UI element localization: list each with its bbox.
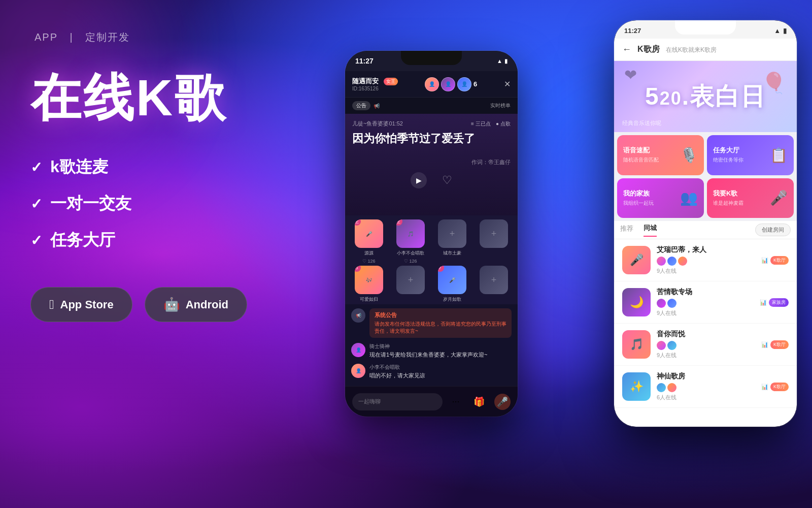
p2-card-family-content: 我的家族 我组织一起玩 bbox=[623, 189, 654, 207]
stage-num-1: 主 bbox=[355, 219, 361, 226]
stage-name-1: 源源 bbox=[364, 250, 374, 257]
app-store-label: App Store bbox=[60, 298, 114, 311]
stage-avatar-3: + bbox=[438, 219, 466, 248]
room-info-4: 神仙歌房 6人在线 bbox=[657, 372, 755, 401]
p1-avatars: 👤 👤 👤 6 bbox=[425, 77, 477, 91]
p2-nav: ← K歌房 在线K歌就来K歌房 bbox=[614, 39, 797, 61]
bar-chart-icon-2: 📊 bbox=[760, 299, 767, 306]
p2-status-icons: ▲ ▮ bbox=[774, 27, 787, 35]
p1-userid: ID:1635126 bbox=[352, 86, 398, 91]
p2-card-voice[interactable]: 语音速配 随机语音音匹配 🎙️ bbox=[617, 135, 704, 175]
p1-notice-left: 公告 📢 bbox=[352, 101, 380, 110]
android-button[interactable]: 🤖 Android bbox=[145, 287, 247, 322]
p2-card-task-sub: 绝密任务等你 bbox=[713, 156, 743, 164]
room-online-2: 9人在线 bbox=[657, 309, 754, 317]
p2-card-karaoke-icon: 🎤 bbox=[770, 189, 788, 206]
phone-2-notch bbox=[675, 20, 736, 35]
p1-more-icon[interactable]: ··· bbox=[448, 394, 464, 410]
p2-card-voice-title: 语音速配 bbox=[623, 146, 659, 155]
p2-create-room-button[interactable]: 创建房间 bbox=[755, 224, 791, 236]
p1-player-controls: ▶ ♡ bbox=[352, 172, 511, 188]
check-icon-2: ✓ bbox=[30, 196, 42, 212]
list-label: 三已点 bbox=[476, 120, 491, 128]
select-label: 点歌 bbox=[500, 120, 511, 128]
p2-card-karaoke-content: 我要K歌 谁是超神麦霸 bbox=[713, 189, 743, 207]
p2-feature-cards: 语音速配 随机语音音匹配 🎙️ 任务大厅 绝密任务等你 📋 我的家族 我组织 bbox=[614, 132, 797, 221]
p1-realtime-label: 实时榜单 bbox=[490, 102, 511, 109]
stage-slot-4: + bbox=[474, 219, 514, 264]
p1-mic-icon[interactable]: 🎤 bbox=[494, 394, 511, 410]
separator: | bbox=[70, 31, 74, 43]
p2-tab-nearby[interactable]: 同城 bbox=[644, 224, 657, 237]
stage-slot-8: + bbox=[474, 266, 514, 310]
p2-card-task[interactable]: 任务大厅 绝密任务等你 📋 bbox=[707, 135, 794, 175]
p1-like-button[interactable]: ♡ bbox=[442, 174, 452, 187]
chat-msg-2: 👤 小李不会唱歌 唱的不好，请大家见谅 bbox=[351, 364, 512, 379]
room-online-3: 9人在线 bbox=[657, 352, 755, 359]
room-item-2[interactable]: 🌙 苦情歌专场 9人在线 📊 家族房 bbox=[614, 281, 797, 324]
room-info-2: 苦情歌专场 9人在线 bbox=[657, 288, 754, 317]
room-thumb-3: 🎵 bbox=[622, 330, 651, 359]
p1-gift-icon[interactable]: 🎁 bbox=[471, 394, 487, 410]
ktv-badge-1: K歌厅 bbox=[770, 256, 789, 265]
p2-card-karaoke[interactable]: 我要K歌 谁是超神麦霸 🎤 bbox=[707, 178, 794, 218]
p2-banner-main: 520.表白日 bbox=[645, 80, 766, 113]
chat-msg-system: 📢 系统公告 请勿发布任何违法违规信息，否则将追究您的民事乃至刑事责任，请文明发… bbox=[351, 308, 512, 338]
feature-item-1: ✓ k歌连麦 bbox=[30, 156, 284, 178]
member-dot-2a bbox=[657, 299, 666, 308]
p2-card-family-icon: 👥 bbox=[680, 189, 698, 206]
p1-notice-bar: 公告 📢 实时榜单 bbox=[345, 98, 518, 114]
system-title: 系统公告 bbox=[375, 311, 506, 319]
member-dot-4a bbox=[657, 383, 666, 392]
room-thumb-2: 🌙 bbox=[622, 288, 651, 316]
stage-name-2: 小李不会唱歌 bbox=[397, 250, 424, 257]
room-item-4[interactable]: ✨ 神仙歌房 6人在线 📊 K歌厅 bbox=[614, 366, 797, 408]
p1-input-placeholder: 一起嗨聊 bbox=[358, 398, 381, 405]
stage-likes-1: ♡ 126 bbox=[362, 259, 375, 264]
room-name-3: 音你而悦 bbox=[657, 330, 755, 339]
p2-nav-title: K歌房 bbox=[637, 45, 660, 53]
p1-avatar-1: 👤 bbox=[425, 77, 439, 91]
room-item-3[interactable]: 🎵 音你而悦 9人在线 📊 K歌厅 bbox=[614, 324, 797, 366]
chat-text-2: 唱的不好，请大家见谅 bbox=[369, 372, 512, 379]
p1-close-icon[interactable]: ✕ bbox=[504, 79, 511, 89]
p1-chat-input[interactable]: 一起嗨聊 bbox=[352, 393, 443, 410]
system-avatar: 📢 bbox=[351, 308, 365, 323]
p2-banner: 520.表白日 经典音乐送你呢 🎈 ❤ bbox=[614, 61, 797, 132]
p1-select-btn[interactable]: ● 点歌 bbox=[496, 120, 511, 128]
p1-viewer-count: 6 bbox=[473, 80, 477, 88]
p1-play-button[interactable]: ▶ bbox=[411, 172, 427, 188]
p1-song-author: 作词：帝王鑫仔 bbox=[352, 158, 511, 166]
check-icon-3: ✓ bbox=[30, 232, 42, 249]
stage-name-7: 岁月如歌 bbox=[443, 296, 461, 303]
p2-card-family[interactable]: 我的家族 我组织一起玩 👥 bbox=[617, 178, 704, 218]
p2-back-icon[interactable]: ← bbox=[622, 44, 631, 55]
ktv-badge-3: K歌厅 bbox=[770, 340, 789, 349]
p1-avatar-3: 👤 bbox=[457, 77, 471, 91]
p2-wifi-icon: ▲ bbox=[774, 27, 781, 35]
chat-text-1: 现在请1号麦给我们来鱼香婆婆，大家掌声欢迎~ bbox=[369, 351, 512, 359]
app-header: APP | 定制开发 bbox=[30, 30, 284, 44]
chat-username-2: 小李不会唱歌 bbox=[369, 364, 512, 371]
check-icon-1: ✓ bbox=[30, 159, 42, 176]
p1-list-btn[interactable]: ≡ 三已点 bbox=[471, 120, 491, 128]
stage-num-2: 主 bbox=[396, 219, 402, 226]
chat-content-2: 小李不会唱歌 唱的不好，请大家见谅 bbox=[369, 364, 512, 379]
room-item-1[interactable]: 🎤 艾瑞巴蒂，来人 9人在线 📊 K歌厅 bbox=[614, 239, 797, 281]
stage-slot-7: 7 🎤 岁月如歌 ♡ 11.8 bbox=[432, 266, 472, 310]
ktv-badge-4: K歌厅 bbox=[770, 383, 789, 391]
stage-slot-1: 主 🎤 源源 ♡ 126 bbox=[349, 219, 389, 264]
feature-text-1: k歌连麦 bbox=[50, 156, 108, 178]
p2-tab-recommend[interactable]: 推荐 bbox=[620, 224, 633, 236]
p2-card-voice-icon: 🎙️ bbox=[680, 147, 698, 164]
phone-1-screen: 11:27 ▲ ▮ 随遇而安 女王 ID:1635126 👤 👤 bbox=[345, 51, 518, 417]
p2-card-task-content: 任务大厅 绝密任务等你 bbox=[713, 146, 743, 164]
stage-avatar-8: + bbox=[480, 266, 508, 294]
p1-song-card: 儿徒~鱼香婆婆01:52 ≡ 三已点 ● 点歌 因为你怕季节过了爱丢了 作词：帝… bbox=[345, 114, 518, 215]
p1-header: 随遇而安 女王 ID:1635126 👤 👤 👤 6 ✕ bbox=[345, 71, 518, 98]
system-text: 请勿发布任何违法违规信息，否则将追究您的民事乃至刑事责任，请文明发言~ bbox=[375, 321, 506, 335]
stage-avatar-6: + bbox=[396, 266, 425, 294]
stage-slot-5: 5 🎶 可爱如归 ♡ 100 bbox=[349, 266, 389, 310]
app-store-button[interactable]:  App Store bbox=[30, 287, 132, 322]
stage-likes-2: ♡ 126 bbox=[404, 259, 417, 264]
